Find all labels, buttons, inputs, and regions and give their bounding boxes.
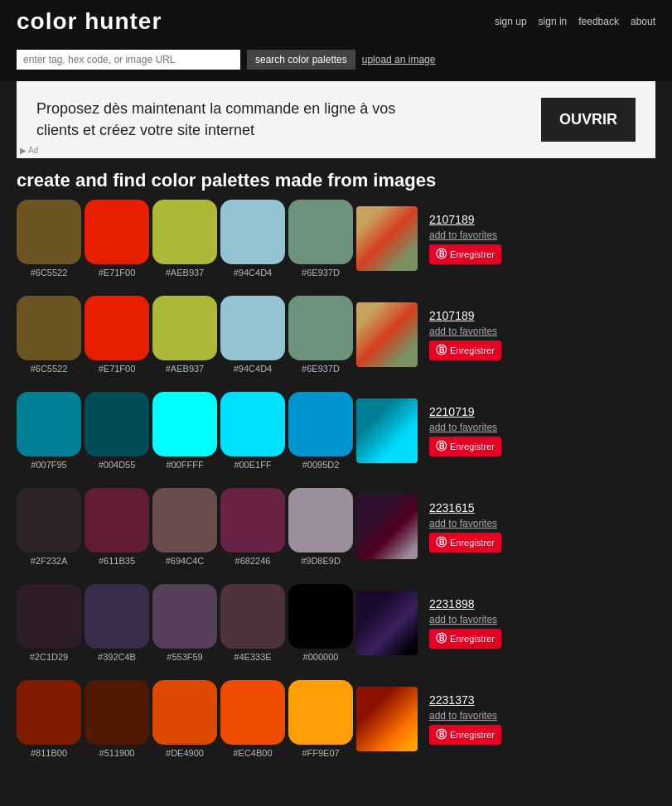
hex-label: #6E937D <box>302 268 340 278</box>
add-favorites-link[interactable]: add to favorites <box>429 326 529 337</box>
page-title: create and find color palettes made from… <box>0 158 672 200</box>
hex-label: #000000 <box>303 652 339 662</box>
ad-button[interactable]: OUVRIR <box>541 98 636 142</box>
swatch-wrap: #392C4B <box>85 584 149 662</box>
color-swatch[interactable] <box>17 200 81 264</box>
color-swatch[interactable] <box>288 296 353 360</box>
color-swatch[interactable] <box>17 392 81 456</box>
color-swatch[interactable] <box>220 488 285 553</box>
color-swatch[interactable] <box>85 584 149 649</box>
pinterest-button[interactable]: ⒷEnregistrer <box>429 340 501 360</box>
color-swatch[interactable] <box>152 392 217 456</box>
palette-id[interactable]: 2231373 <box>429 693 529 707</box>
hex-label: #6E937D <box>302 364 340 374</box>
palette-thumbnail[interactable] <box>356 302 418 367</box>
swatch-wrap: #694C4C <box>152 488 217 566</box>
color-swatch[interactable] <box>85 296 149 360</box>
palette-meta: 2231898add to favoritesⒷEnregistrer <box>429 597 529 649</box>
add-favorites-link[interactable]: add to favorites <box>429 710 529 722</box>
palette-meta: 2107189add to favoritesⒷEnregistrer <box>429 213 529 264</box>
color-swatch[interactable] <box>288 392 353 456</box>
ad-banner: Proposez dès maintenant la commande en l… <box>17 81 655 158</box>
palette-id[interactable]: 2107189 <box>429 309 529 322</box>
palette-id[interactable]: 2210719 <box>429 405 529 418</box>
swatch-wrap: #94C4D4 <box>220 296 285 374</box>
hex-label: #DE4900 <box>166 748 204 758</box>
hex-label: #6C5522 <box>31 268 68 278</box>
palette-id[interactable]: 2107189 <box>429 213 529 226</box>
palette-swatches: #007F95#004D55#00FFFF#00E1FF#0095D2 <box>17 392 356 470</box>
color-swatch[interactable] <box>152 200 217 264</box>
add-favorites-link[interactable]: add to favorites <box>429 422 529 433</box>
color-swatch[interactable] <box>85 488 149 553</box>
hex-label: #007F95 <box>31 460 66 470</box>
pinterest-button[interactable]: ⒷEnregistrer <box>429 437 501 456</box>
search-input[interactable] <box>17 50 240 70</box>
color-swatch[interactable] <box>17 488 81 553</box>
palette-thumbnail[interactable] <box>356 687 418 751</box>
add-favorites-link[interactable]: add to favorites <box>429 229 529 241</box>
pinterest-icon: Ⓑ <box>436 343 447 358</box>
hex-label: #682246 <box>235 556 271 566</box>
swatch-wrap: #2F232A <box>17 488 81 566</box>
pinterest-button[interactable]: ⒷEnregistrer <box>429 629 501 649</box>
hex-label: #94C4D4 <box>234 364 272 374</box>
color-swatch[interactable] <box>17 296 81 360</box>
hex-label: #9D8E9D <box>301 556 341 566</box>
signup-link[interactable]: sign up <box>495 16 527 27</box>
upload-link[interactable]: upload an image <box>362 54 436 65</box>
color-swatch[interactable] <box>85 680 149 745</box>
color-swatch[interactable] <box>288 200 353 264</box>
color-swatch[interactable] <box>85 392 149 456</box>
palette-thumbnail[interactable] <box>356 206 418 271</box>
color-swatch[interactable] <box>152 584 217 649</box>
color-swatch[interactable] <box>288 488 353 553</box>
color-swatch[interactable] <box>220 680 285 745</box>
color-swatch[interactable] <box>220 392 285 456</box>
pinterest-button[interactable]: ⒷEnregistrer <box>429 533 501 553</box>
add-favorites-link[interactable]: add to favorites <box>429 614 529 625</box>
hex-label: #811B00 <box>31 748 67 758</box>
swatch-wrap: #E71F00 <box>85 200 149 278</box>
swatch-wrap: #6E937D <box>288 296 353 374</box>
palette-row: #007F95#004D55#00FFFF#00E1FF#0095D222107… <box>17 392 655 470</box>
signin-link[interactable]: sign in <box>539 16 568 27</box>
color-swatch[interactable] <box>220 296 285 360</box>
swatch-wrap: #6C5522 <box>17 296 81 374</box>
color-swatch[interactable] <box>220 200 285 264</box>
swatch-wrap: #682246 <box>220 488 285 566</box>
about-link[interactable]: about <box>631 16 655 27</box>
color-swatch[interactable] <box>288 584 353 649</box>
palette-thumbnail[interactable] <box>356 398 418 463</box>
hex-label: #94C4D4 <box>234 268 272 278</box>
palette-id[interactable]: 2231898 <box>429 597 529 611</box>
color-swatch[interactable] <box>220 584 285 649</box>
hex-label: #694C4C <box>166 556 204 566</box>
hex-label: #004D55 <box>99 460 136 470</box>
feedback-link[interactable]: feedback <box>578 16 619 27</box>
swatch-wrap: #AEB937 <box>152 200 217 278</box>
palette-row: #811B00#511900#DE4900#EC4B00#FF9E0722313… <box>17 680 655 758</box>
color-swatch[interactable] <box>152 488 217 553</box>
add-favorites-link[interactable]: add to favorites <box>429 518 529 529</box>
palette-thumbnail[interactable] <box>356 495 418 559</box>
color-swatch[interactable] <box>152 296 217 360</box>
palette-thumbnail[interactable] <box>356 591 418 655</box>
palette-meta: 2210719add to favoritesⒷEnregistrer <box>429 405 529 456</box>
color-swatch[interactable] <box>85 200 149 264</box>
search-bar: search color palettes upload an image <box>0 43 672 81</box>
color-swatch[interactable] <box>17 584 81 649</box>
swatch-wrap: #EC4B00 <box>220 680 285 758</box>
swatch-wrap: #AEB937 <box>152 296 217 374</box>
palette-row: #6C5522#E71F00#AEB937#94C4D4#6E937D21071… <box>17 296 655 374</box>
search-button[interactable]: search color palettes <box>247 50 355 70</box>
color-swatch[interactable] <box>17 680 81 745</box>
pinterest-button[interactable]: ⒷEnregistrer <box>429 244 501 264</box>
color-swatch[interactable] <box>152 680 217 745</box>
pinterest-button[interactable]: ⒷEnregistrer <box>429 725 501 745</box>
swatch-wrap: #6E937D <box>288 200 353 278</box>
palette-id[interactable]: 2231615 <box>429 501 529 514</box>
color-swatch[interactable] <box>288 680 353 745</box>
swatch-wrap: #004D55 <box>85 392 149 470</box>
swatch-wrap: #FF9E07 <box>288 680 353 758</box>
